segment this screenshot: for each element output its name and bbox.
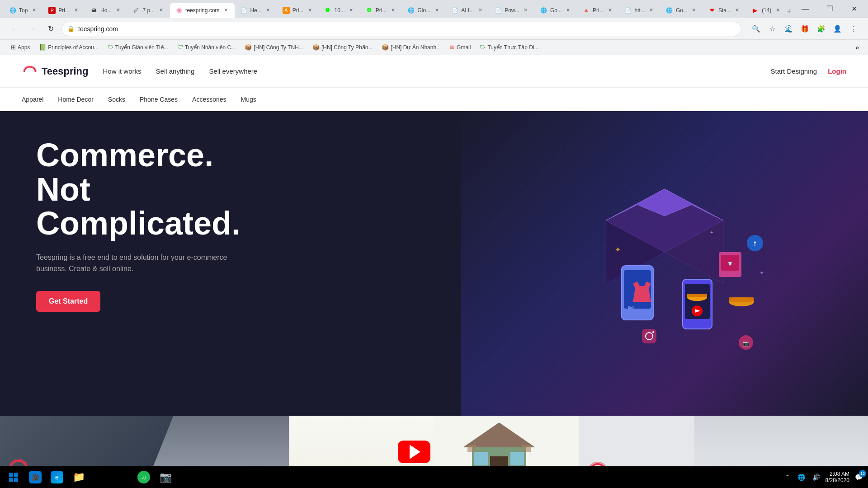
- start-designing-button[interactable]: Start Designing: [771, 67, 817, 75]
- bookmark-star-icon[interactable]: ☆: [765, 22, 779, 36]
- tab-pri4[interactable]: 🔺 Pri... ✕: [577, 3, 619, 18]
- category-accessories[interactable]: Accessories: [192, 96, 226, 103]
- taskbar-edge[interactable]: e: [47, 468, 67, 486]
- coupon-icon[interactable]: 🎁: [797, 22, 812, 36]
- tab-close[interactable]: ✕: [522, 7, 529, 14]
- back-button[interactable]: ←: [7, 22, 22, 36]
- nav-sell-anything[interactable]: Sell anything: [156, 67, 195, 75]
- tab-close[interactable]: ✕: [264, 7, 272, 14]
- taskbar-settings[interactable]: ⚙: [177, 468, 197, 486]
- tab-glo[interactable]: 🌐 Glo... ✕: [402, 3, 446, 18]
- bookmark-hn1[interactable]: 📦 [HN] Công Ty TNH...: [241, 42, 307, 52]
- bookmark-gmail[interactable]: ✉ Gmail: [446, 42, 474, 52]
- windows-icon: [7, 471, 20, 483]
- category-home-decor[interactable]: Home Decor: [58, 96, 94, 103]
- category-phone-cases[interactable]: Phone Cases: [140, 96, 178, 103]
- tab-close[interactable]: ✕: [222, 7, 229, 14]
- bookmark-apps[interactable]: ⊞ Apps: [7, 42, 33, 52]
- tab-close[interactable]: ✕: [734, 7, 741, 14]
- taskbar-clock[interactable]: 2:08 AM 8/28/2020: [826, 471, 849, 483]
- bookmark-principles[interactable]: 📗 Principles of Accou...: [35, 42, 102, 52]
- tab-close[interactable]: ✕: [348, 7, 355, 14]
- tab-htt[interactable]: 📄 htt... ✕: [619, 3, 660, 18]
- tab-teespring[interactable]: 🌸 teespring.com ✕: [170, 3, 235, 18]
- tab-close[interactable]: ✕: [30, 7, 38, 14]
- taskbar-meet[interactable]: 🎥: [25, 468, 45, 486]
- taskbar-mail[interactable]: ✉: [112, 468, 132, 486]
- edge-icon[interactable]: 🌊: [781, 22, 796, 36]
- profile-icon[interactable]: 👤: [830, 22, 844, 36]
- url-display: teespring.com: [78, 25, 736, 33]
- tab-go2[interactable]: 🌐 Go... ✕: [660, 3, 703, 18]
- tab-10[interactable]: 🅢 10... ✕: [319, 3, 360, 18]
- tab-ho[interactable]: 🏔 Ho... ✕: [85, 3, 127, 18]
- taskbar-start[interactable]: [4, 468, 24, 486]
- tab-close[interactable]: ✕: [565, 7, 572, 14]
- taskbar-camera[interactable]: 📷: [156, 468, 175, 486]
- tab-pow[interactable]: 📄 Pow... ✕: [489, 3, 535, 18]
- tab-sta[interactable]: ❤ Sta... ✕: [703, 3, 746, 18]
- minimize-button[interactable]: —: [795, 2, 816, 16]
- close-button[interactable]: ✕: [844, 2, 864, 16]
- bookmark-hn3[interactable]: 📦 [HN] Dự Án Nhanh...: [378, 42, 444, 52]
- tab-close[interactable]: ✕: [774, 7, 781, 14]
- bookmark-tuyen1[interactable]: 🛡 Tuyển Giáo viên Tiế...: [104, 42, 172, 52]
- tab-close[interactable]: ✕: [648, 7, 655, 14]
- tab-close[interactable]: ✕: [476, 7, 484, 14]
- tab-close[interactable]: ✕: [389, 7, 396, 14]
- tab-close[interactable]: ✕: [114, 7, 122, 14]
- volume-icon[interactable]: 🔊: [811, 472, 822, 483]
- tab-ai[interactable]: 📄 AI f... ✕: [446, 3, 489, 18]
- bookmark-tuyen3[interactable]: 🛡 Tuyển Thực Tập Di...: [476, 42, 542, 52]
- bookmark-label: Tuyển Giáo viên Tiế...: [115, 44, 168, 51]
- bookmark-hn2[interactable]: 📦 [HN] Công Ty Phần...: [309, 42, 377, 52]
- tab-pri3[interactable]: 🅢 Pri... ✕: [360, 3, 402, 18]
- tab-close[interactable]: ✕: [607, 7, 614, 14]
- maximize-button[interactable]: ❐: [819, 2, 840, 16]
- extensions-icon[interactable]: 🧩: [814, 22, 828, 36]
- address-input[interactable]: 🔒 teespring.com: [61, 22, 741, 36]
- get-started-button[interactable]: Get Started: [36, 291, 100, 312]
- bookmark-tuyen2[interactable]: 🛡 Tuyển Nhân viên C...: [174, 42, 240, 52]
- tab-7p[interactable]: 🖊 7 p... ✕: [127, 3, 170, 18]
- tab-close[interactable]: ✕: [157, 7, 165, 14]
- login-button[interactable]: Login: [828, 67, 846, 75]
- taskbar-store[interactable]: 🛍: [90, 468, 110, 486]
- tab-he[interactable]: 📄 He... ✕: [235, 3, 277, 18]
- bookmarks-more-button[interactable]: »: [854, 42, 861, 53]
- tab-close[interactable]: ✕: [433, 7, 440, 14]
- nav-how-it-works[interactable]: How it works: [103, 67, 142, 75]
- tab-pri2[interactable]: A Pri... ✕: [277, 3, 319, 18]
- tab-label: 7 p...: [142, 7, 155, 14]
- taskbar-spotify[interactable]: ♫: [134, 468, 154, 486]
- category-socks[interactable]: Socks: [108, 96, 125, 103]
- network-icon[interactable]: 🌐: [796, 472, 807, 483]
- tab-pri1[interactable]: P Pri... ✕: [43, 3, 85, 18]
- website-content: Teespring How it works Sell anything Sel…: [0, 55, 868, 488]
- window-controls: — ❐ ✕: [795, 2, 864, 16]
- search-icon[interactable]: 🔍: [749, 22, 763, 36]
- reload-button[interactable]: ↻: [43, 22, 58, 36]
- tab-close[interactable]: ✕: [72, 7, 80, 14]
- category-apparel[interactable]: Apparel: [22, 96, 43, 103]
- tab-go1[interactable]: 🌐 Go... ✕: [535, 3, 577, 18]
- svg-rect-37: [14, 473, 18, 477]
- site-logo[interactable]: Teespring: [22, 65, 89, 78]
- category-mugs[interactable]: Mugs: [241, 96, 256, 103]
- new-tab-button[interactable]: +: [787, 5, 791, 18]
- forward-button[interactable]: →: [25, 22, 40, 36]
- svg-rect-36: [9, 473, 13, 477]
- tab-top[interactable]: 🌐 Top ✕: [4, 3, 43, 18]
- tab-favicon: 🅢: [324, 7, 331, 14]
- bookmark-label: Tuyển Nhân viên C...: [185, 44, 236, 51]
- tab-label: teespring.com: [185, 7, 219, 14]
- nav-sell-everywhere[interactable]: Sell everywhere: [209, 67, 257, 75]
- tab-close[interactable]: ✕: [306, 7, 313, 14]
- chevron-up-icon[interactable]: ⌃: [783, 472, 792, 483]
- menu-icon[interactable]: ⋮: [846, 22, 861, 36]
- notification-icon[interactable]: 💬 12: [853, 472, 864, 483]
- tab-yt[interactable]: ▶ (14) ✕: [746, 3, 787, 18]
- taskbar-explorer[interactable]: 📁: [69, 468, 89, 486]
- tab-close[interactable]: ✕: [690, 7, 698, 14]
- hero-title-line2: Not Complicated.: [36, 173, 262, 241]
